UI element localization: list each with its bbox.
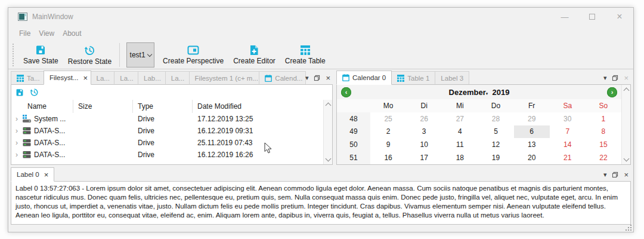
tab-filesystem-active[interactable]: Filesyst... × (44, 71, 91, 85)
day-cell[interactable]: 4 (442, 125, 478, 139)
menu-file[interactable]: File (15, 27, 35, 39)
left-dock-float-icon[interactable] (314, 75, 320, 81)
prev-month-button[interactable]: ‹ (341, 87, 351, 97)
day-cell[interactable]: 12 (478, 138, 513, 151)
day-cell[interactable]: 29 (514, 112, 550, 125)
filesystem-scrollbar[interactable] (323, 100, 332, 164)
create-editor-icon (249, 45, 259, 56)
day-cell[interactable]: 25 (370, 112, 406, 125)
day-cell[interactable]: 7 (550, 125, 586, 139)
tab-table-1[interactable]: Table 1 (391, 71, 435, 85)
right-dock-float-icon[interactable] (612, 75, 618, 81)
table-row[interactable]: › System ... Drive 17.12.2019 13:25 (11, 113, 332, 125)
day-cell[interactable]: 30 (550, 112, 586, 125)
week-number: 49 (337, 125, 370, 139)
day-cell[interactable]: 21 (550, 151, 586, 164)
day-cell[interactable]: 18 (442, 151, 478, 164)
column-header-name[interactable]: Name (11, 100, 73, 113)
tab-calendar-0[interactable]: Calendar 0 (336, 71, 392, 85)
day-cell[interactable]: 13 (514, 138, 550, 151)
create-table-button[interactable]: Create Table (280, 42, 330, 68)
column-header-date[interactable]: Date Modified (193, 100, 332, 113)
day-header: Di (406, 99, 442, 112)
calendar-panel: ‹ Dezember▾ 2019 › Mo Di Mi Do (336, 85, 631, 165)
close-button[interactable]: × (606, 8, 633, 26)
day-cell[interactable]: 2 (370, 125, 406, 139)
restore-state-button[interactable]: Restore State (63, 42, 116, 68)
bottom-dock-float-icon[interactable] (612, 171, 618, 178)
tab-close-icon[interactable]: × (44, 170, 49, 179)
right-dock: Calendar 0 Table 1 Label 3 ▾ × (336, 71, 631, 165)
day-cell[interactable]: 14 (550, 138, 586, 151)
day-cell[interactable]: 1 (586, 112, 621, 125)
tab-label-d[interactable]: La... (165, 71, 190, 85)
title-bar[interactable]: MainWindow — × (8, 8, 633, 26)
scroll-up-icon[interactable] (623, 88, 629, 94)
day-cell[interactable]: 8 (586, 125, 621, 139)
day-cell[interactable]: 15 (586, 138, 621, 151)
day-cell[interactable]: 28 (478, 112, 513, 125)
maximize-button[interactable] (578, 8, 606, 26)
menu-about[interactable]: About (58, 27, 85, 39)
tab-label-c[interactable]: Lab... (138, 71, 166, 85)
create-perspective-label: Create Perspective (163, 57, 224, 65)
day-cell[interactable]: 5 (478, 125, 513, 139)
save-state-button[interactable]: Save State (18, 42, 63, 68)
next-month-button[interactable]: › (607, 87, 617, 97)
bottom-dock-tabbar: Label 0 × ▾ × (11, 167, 631, 182)
bottom-dock-close-icon[interactable]: × (624, 171, 628, 179)
resize-grip-icon[interactable] (625, 224, 632, 231)
scroll-up-icon[interactable] (325, 103, 331, 109)
day-cell[interactable]: 19 (478, 151, 513, 164)
day-cell[interactable]: 9 (370, 138, 406, 151)
day-cell[interactable]: 11 (442, 138, 478, 151)
tab-label-3[interactable]: Label 3 (435, 71, 469, 85)
expand-icon[interactable]: › (14, 115, 20, 123)
expand-icon[interactable]: › (14, 139, 20, 147)
restore-icon[interactable] (30, 88, 39, 97)
day-cell[interactable]: 17 (406, 151, 442, 164)
right-dock-menu-icon[interactable]: ▾ (603, 75, 607, 81)
day-cell[interactable]: 26 (406, 112, 442, 125)
save-icon[interactable] (16, 88, 24, 97)
column-header-type[interactable]: Type (133, 100, 193, 113)
left-dock-close-icon[interactable]: × (326, 74, 330, 82)
minimize-button[interactable]: — (551, 8, 578, 26)
day-cell[interactable]: 22 (586, 151, 621, 164)
month-label[interactable]: Dezember (449, 88, 486, 97)
tab-filesystem-1[interactable]: Filesystem 1 (c+ m... (189, 71, 260, 85)
tab-label-0[interactable]: Label 0 × (11, 167, 54, 182)
day-cell[interactable]: 16 (370, 151, 406, 164)
calendar-title[interactable]: Dezember▾ 2019 (351, 88, 607, 97)
day-cell[interactable]: 20 (514, 151, 550, 164)
table-row[interactable]: › DATA-S... Drive 25.11.2019 07:43 (11, 137, 332, 149)
main-toolbar: Save State Restore State test1 Create Pe… (8, 41, 633, 69)
expand-icon[interactable]: › (14, 151, 20, 159)
year-label[interactable]: 2019 (492, 88, 509, 97)
day-cell-selected[interactable]: 6 (514, 125, 550, 139)
day-cell[interactable]: 27 (442, 112, 478, 125)
expand-icon[interactable]: › (14, 127, 20, 135)
create-editor-button[interactable]: Create Editor (228, 42, 280, 68)
tab-label-b[interactable]: La... (114, 71, 138, 85)
month-dropdown-icon[interactable]: ▾ (486, 91, 488, 96)
day-cell[interactable]: 10 (406, 138, 442, 151)
toolbar-grip[interactable] (12, 44, 15, 66)
tab-label-a[interactable]: La... (91, 71, 115, 85)
tab-calendar[interactable]: Calend... (259, 71, 306, 85)
create-perspective-button[interactable]: Create Perspective (158, 42, 228, 68)
filesystem-table-header[interactable]: Name Size Type Date Modified (11, 100, 332, 113)
scroll-down-icon[interactable] (325, 156, 331, 162)
perspective-combo[interactable]: test1 (126, 42, 154, 68)
day-cell[interactable]: 3 (406, 125, 442, 139)
table-row[interactable]: › DATA-S... Drive 16.12.2019 16:26 (11, 149, 332, 161)
tab-close-icon[interactable]: × (83, 73, 88, 82)
column-header-size[interactable]: Size (73, 100, 133, 113)
tab-table-0[interactable]: Ta... (11, 71, 44, 85)
calendar-scrollbar[interactable] (621, 85, 630, 164)
table-row[interactable]: › DATA-S... Drive 16.12.2019 09:31 (11, 125, 332, 137)
bottom-dock-menu-icon[interactable]: ▾ (603, 171, 607, 178)
menu-view[interactable]: View (35, 27, 58, 39)
scroll-down-icon[interactable] (623, 156, 629, 162)
left-dock-menu-icon[interactable]: ▾ (305, 75, 309, 81)
